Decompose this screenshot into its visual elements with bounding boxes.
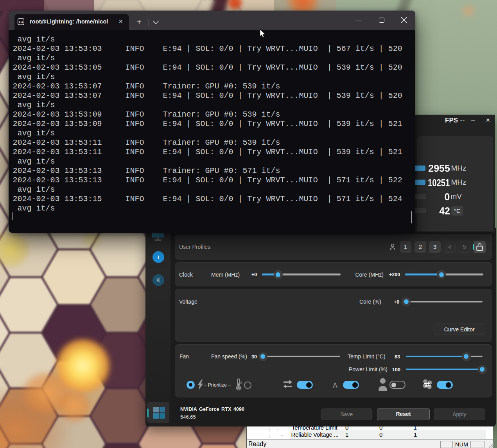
svg-text:c:\: c:\ <box>19 20 23 23</box>
